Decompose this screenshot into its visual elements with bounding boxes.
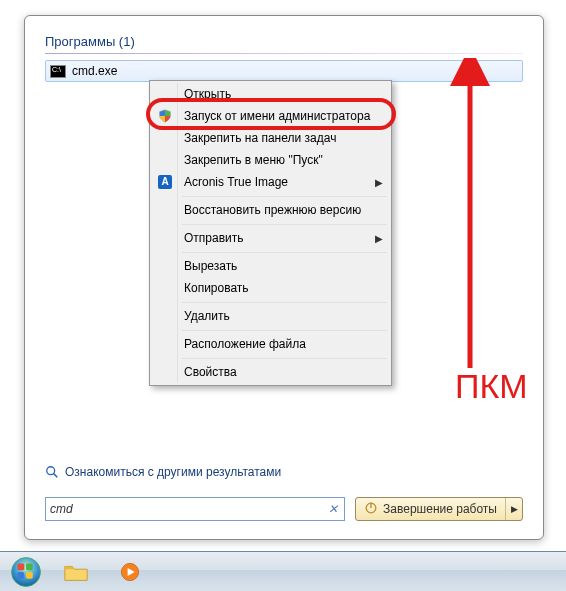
svg-point-5 (12, 557, 41, 586)
svg-rect-9 (26, 572, 33, 579)
menu-item-send-to[interactable]: Отправить ▶ (152, 227, 389, 249)
search-result-cmd[interactable]: cmd.exe (45, 60, 523, 82)
shutdown-label: Завершение работы (383, 502, 497, 516)
start-button[interactable] (4, 554, 48, 590)
menu-label: Запуск от имени администратора (184, 109, 370, 123)
submenu-arrow-icon: ▶ (375, 233, 383, 244)
menu-label: Закрепить в меню "Пуск" (184, 153, 323, 167)
submenu-arrow-icon: ▶ (375, 177, 383, 188)
menu-item-pin-taskbar[interactable]: Закрепить на панели задач (152, 127, 389, 149)
taskbar-item-explorer[interactable] (50, 556, 102, 588)
menu-label: Закрепить на панели задач (184, 131, 336, 145)
menu-label: Удалить (184, 309, 230, 323)
svg-rect-8 (18, 572, 25, 579)
search-result-label: cmd.exe (72, 64, 117, 78)
clear-search-icon[interactable]: ✕ (326, 502, 340, 516)
menu-label: Расположение файла (184, 337, 306, 351)
menu-item-pin-start[interactable]: Закрепить в меню "Пуск" (152, 149, 389, 171)
menu-label: Восстановить прежнюю версию (184, 203, 361, 217)
cmd-icon (50, 65, 66, 78)
acronis-icon: A (157, 174, 173, 190)
folder-icon (63, 561, 89, 583)
menu-item-open[interactable]: Открыть (152, 83, 389, 105)
see-more-results-link[interactable]: Ознакомиться с другими результатами (45, 465, 523, 479)
menu-label: Копировать (184, 281, 249, 295)
section-header-programs: Программы (1) (45, 34, 523, 49)
context-menu: Открыть Запуск от имени администратора З… (149, 80, 392, 386)
menu-item-acronis[interactable]: A Acronis True Image ▶ (152, 171, 389, 193)
shutdown-main[interactable]: Завершение работы (356, 498, 506, 520)
menu-label: Acronis True Image (184, 175, 288, 189)
bottom-bar: Ознакомиться с другими результатами cmd … (45, 465, 523, 521)
search-input[interactable]: cmd ✕ (45, 497, 345, 521)
shutdown-icon (364, 501, 378, 518)
svg-point-0 (47, 467, 55, 475)
shutdown-button[interactable]: Завершение работы ▶ (355, 497, 523, 521)
svg-line-1 (54, 474, 58, 478)
menu-label: Свойства (184, 365, 237, 379)
menu-item-copy[interactable]: Копировать (152, 277, 389, 299)
search-input-value: cmd (50, 502, 326, 516)
media-player-icon (117, 561, 143, 583)
divider (45, 53, 523, 54)
menu-label: Вырезать (184, 259, 237, 273)
taskbar-item-media-player[interactable] (104, 556, 156, 588)
menu-item-open-location[interactable]: Расположение файла (152, 333, 389, 355)
menu-item-restore-previous[interactable]: Восстановить прежнюю версию (152, 199, 389, 221)
menu-item-cut[interactable]: Вырезать (152, 255, 389, 277)
taskbar (0, 551, 566, 591)
shutdown-options-arrow[interactable]: ▶ (506, 498, 522, 520)
see-more-label: Ознакомиться с другими результатами (65, 465, 281, 479)
search-icon (45, 465, 59, 479)
menu-item-delete[interactable]: Удалить (152, 305, 389, 327)
menu-label: Отправить (184, 231, 244, 245)
menu-label: Открыть (184, 87, 231, 101)
uac-shield-icon (157, 108, 173, 124)
svg-rect-6 (18, 563, 25, 570)
menu-item-properties[interactable]: Свойства (152, 361, 389, 383)
svg-rect-7 (26, 563, 33, 570)
menu-item-run-as-admin[interactable]: Запуск от имени администратора (152, 105, 389, 127)
